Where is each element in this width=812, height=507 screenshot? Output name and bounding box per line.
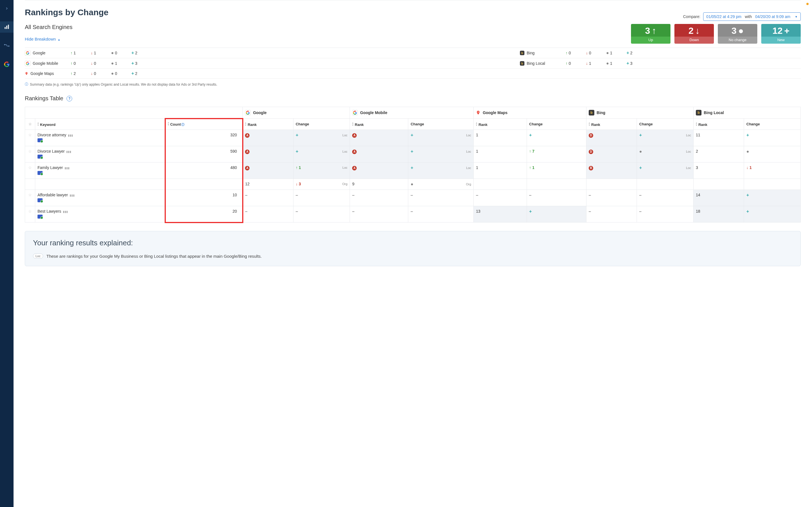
engine-label[interactable]: bBing Local	[520, 61, 557, 66]
star-toggle[interactable]: ☆	[25, 146, 35, 163]
compare-with: with	[745, 14, 752, 19]
card-up[interactable]: 3↑ Up	[631, 24, 670, 44]
dot-icon: ●	[410, 182, 413, 186]
store-icon	[38, 198, 43, 202]
card-nochange[interactable]: 3● No change	[718, 24, 757, 44]
top-divider	[25, 0, 801, 0]
rank-cell: 12	[243, 179, 293, 190]
notification-dot[interactable]	[806, 3, 809, 5]
rank-badge: A	[245, 133, 250, 138]
card-down[interactable]: 2↓ Down	[674, 24, 714, 44]
rank-cell: –	[587, 206, 637, 223]
svg-rect-0	[5, 27, 6, 29]
keyword-cell[interactable]: Family Lawyer ▮▮▮	[35, 163, 165, 179]
card-new[interactable]: 12+ New	[761, 24, 801, 44]
col-rank[interactable]: ▴▾Rank	[243, 119, 293, 130]
result-type-tag: Loc	[343, 150, 348, 153]
change-cell: ●	[744, 146, 801, 163]
sidebar-item-flow[interactable]	[0, 40, 13, 51]
plus-icon: +	[626, 50, 629, 55]
change-cell: +Loc	[293, 130, 350, 146]
compare-dropdown[interactable]: 01/05/22 at 4:29 pm with 04/20/20 at 9:0…	[703, 12, 801, 21]
table-row: ☆ Divorce Lawyer ▮▮▮ 590 A+Loc A+Loc 1↑ …	[25, 146, 801, 163]
breakdown-row: Google ↑ 1 ↓ 1 ● 0 + 2bBing ↑ 0 ↓ 0 ● 1 …	[25, 48, 801, 58]
rank-cell: 2	[693, 146, 744, 163]
engine-label[interactable]: Google Maps	[25, 71, 61, 76]
star-toggle[interactable]: ☆	[25, 130, 35, 146]
plus-icon: +	[784, 25, 790, 36]
svg-rect-1	[6, 25, 7, 29]
compare-date-2: 04/20/20 at 9:09 am	[755, 14, 791, 19]
dot-icon: ●	[606, 61, 609, 66]
rank-cell: –	[587, 190, 637, 206]
change-cell: ●Loc	[637, 146, 694, 163]
bing-icon: b	[696, 110, 702, 115]
plus-icon: +	[132, 71, 134, 76]
star-toggle[interactable]: ☆	[25, 190, 35, 206]
rank-cell: 13	[474, 206, 527, 223]
star-toggle[interactable]: ☆	[25, 206, 35, 223]
svg-rect-2	[8, 25, 9, 29]
hide-breakdown-toggle[interactable]: Hide Breakdown ▲	[25, 37, 72, 41]
keyword-cell[interactable]: Affordable lawyer ▮▮▮	[35, 190, 165, 206]
change-cell: ↑ 7	[527, 146, 586, 163]
help-icon[interactable]: ?	[66, 96, 72, 101]
keyword-cell[interactable]: Divorce Lawyer ▮▮▮	[35, 146, 165, 163]
engine-label[interactable]: Google Mobile	[25, 61, 61, 66]
col-rank[interactable]: ▴▾Rank	[587, 119, 637, 130]
bars-icon: ▮▮▮	[66, 150, 71, 153]
result-type-tag: Org	[466, 182, 471, 186]
engine-label[interactable]: bBing	[520, 51, 557, 55]
arrow-up-icon: ↑	[70, 61, 72, 66]
col-star[interactable]: ☆	[25, 119, 35, 130]
change-cell: ●Org	[408, 179, 474, 190]
rank-cell: –	[350, 190, 408, 206]
sidebar-item-rankings[interactable]	[0, 21, 13, 33]
col-count[interactable]: ▴▾Countⓘ	[165, 119, 243, 130]
col-change[interactable]: Change	[637, 119, 694, 130]
engine-label[interactable]: Google	[25, 50, 61, 56]
sidebar-item-google[interactable]	[0, 59, 13, 70]
plus-icon: +	[132, 61, 134, 66]
count-cell: 480	[165, 163, 243, 179]
change-cell: +Loc	[408, 163, 474, 179]
google-icon	[4, 61, 10, 67]
rank-cell: 18	[693, 206, 744, 223]
arrow-up-icon: ↑ 1	[529, 165, 535, 170]
result-type-tag: Loc	[686, 166, 691, 170]
star-toggle[interactable]: ☆	[25, 163, 35, 179]
keyword-cell[interactable]: Best Lawyers ▮▮▮	[35, 206, 165, 223]
result-type-tag: Loc	[343, 133, 348, 137]
plus-icon: +	[746, 209, 749, 214]
result-type-tag: Loc	[466, 150, 471, 153]
col-rank[interactable]: ▴▾Rank	[350, 119, 408, 130]
col-keyword[interactable]: ▴▾Keyword	[35, 119, 165, 130]
compare-control: Compare: 01/05/22 at 4:29 pm with 04/20/…	[683, 12, 801, 21]
store-icon	[38, 171, 43, 175]
bars-icon: ▮▮▮	[63, 210, 68, 213]
col-rank[interactable]: ▴▾Rank	[474, 119, 527, 130]
arrow-up-icon: ↑	[652, 25, 656, 36]
count-cell: 320	[165, 130, 243, 146]
sidebar-collapse[interactable]	[0, 3, 13, 14]
compare-label: Compare:	[683, 14, 700, 19]
change-cell: +	[527, 130, 586, 146]
arrow-up-icon: ↑	[70, 51, 72, 55]
col-change[interactable]: Change	[293, 119, 350, 130]
col-change[interactable]: Change	[744, 119, 801, 130]
result-type-tag: Loc	[686, 133, 691, 137]
loc-pill: Loc	[33, 253, 43, 259]
change-cell: +Loc	[408, 146, 474, 163]
col-change[interactable]: Change	[527, 119, 586, 130]
arrow-down-icon: ↓ 3	[296, 182, 301, 186]
flow-icon	[4, 43, 10, 48]
col-rank[interactable]: ▴▾Rank	[693, 119, 744, 130]
rank-cell: 11	[693, 130, 744, 146]
col-change[interactable]: Change	[408, 119, 474, 130]
keyword-cell[interactable]: Divorce attorney ▮▮▮	[35, 130, 165, 146]
explain-panel: Your ranking results explained: Loc Thes…	[25, 231, 801, 266]
change-cell: –	[293, 206, 350, 223]
explain-title: Your ranking results explained:	[33, 238, 793, 247]
plus-icon: +	[296, 133, 298, 137]
dot-icon: ●	[639, 149, 642, 154]
